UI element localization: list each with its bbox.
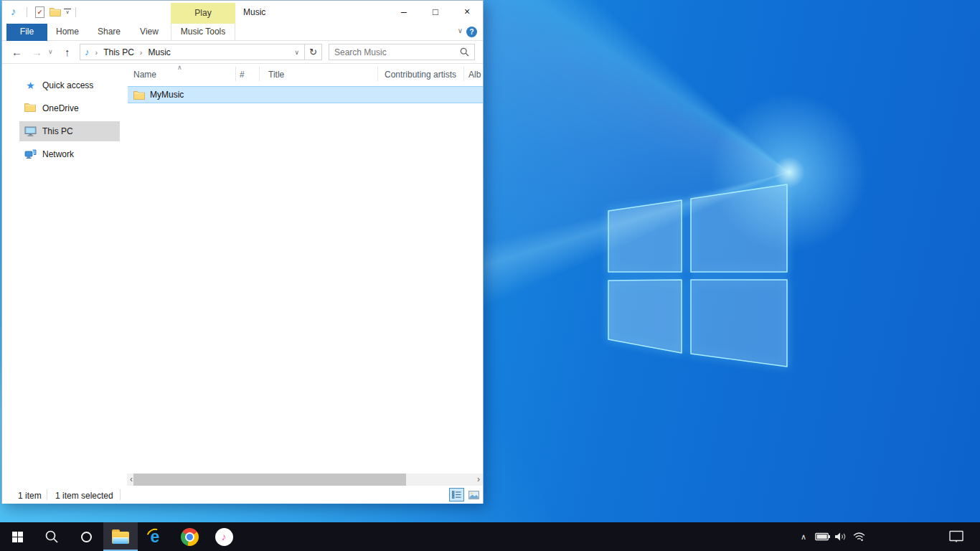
navigation-pane: ★ Quick access OneDrive bbox=[2, 64, 121, 474]
breadcrumb-separator: › bbox=[140, 48, 143, 57]
cortana-circle-icon bbox=[81, 532, 92, 542]
details-view-button[interactable] bbox=[449, 488, 464, 501]
caption-buttons: – □ × bbox=[388, 1, 483, 22]
internet-explorer-button[interactable]: e bbox=[138, 522, 172, 551]
itunes-button[interactable]: ♪ bbox=[207, 522, 241, 551]
divider bbox=[47, 489, 47, 500]
file-list-pane: ∧ Name # Title Contributing artists Alb bbox=[127, 64, 483, 474]
column-header-contributing-artists[interactable]: Contributing artists bbox=[385, 70, 456, 80]
item-count: 1 item bbox=[18, 491, 42, 501]
address-bar[interactable]: ♪ › This PC › Music ∨ ↻ bbox=[80, 44, 322, 60]
column-header-name[interactable]: Name bbox=[133, 70, 156, 80]
tab-music-tools[interactable]: Music Tools bbox=[171, 24, 235, 41]
customize-quick-access-icon[interactable]: ∨ bbox=[64, 9, 71, 15]
refresh-icon[interactable]: ↻ bbox=[304, 44, 321, 60]
forward-button[interactable]: → bbox=[32, 46, 42, 58]
explorer-window: ♪ ✓ ∨ Play Music – □ × File Home Sha bbox=[1, 0, 484, 504]
address-dropdown-icon[interactable]: ∨ bbox=[290, 49, 305, 56]
large-icons-view-button[interactable] bbox=[466, 488, 481, 501]
maximize-button[interactable]: □ bbox=[420, 1, 451, 22]
titlebar: ♪ ✓ ∨ Play Music – □ × bbox=[2, 1, 483, 24]
new-folder-icon[interactable] bbox=[50, 7, 61, 17]
taskbar-search-button[interactable] bbox=[34, 522, 69, 551]
folder-icon bbox=[133, 90, 145, 100]
sidebar-item-label: Network bbox=[42, 149, 74, 159]
file-explorer-taskbar-button[interactable] bbox=[103, 522, 138, 551]
address-bar-right: ∨ ↻ bbox=[290, 44, 322, 60]
search-icon[interactable] bbox=[460, 47, 469, 57]
sidebar-item-quick-access[interactable]: ★ Quick access bbox=[2, 75, 121, 95]
breadcrumb-separator: › bbox=[95, 48, 98, 57]
minimize-button[interactable]: – bbox=[388, 1, 420, 22]
properties-icon[interactable]: ✓ bbox=[35, 6, 44, 18]
action-center-icon[interactable] bbox=[944, 522, 969, 551]
sidebar-item-network[interactable]: Network bbox=[2, 144, 121, 164]
volume-icon[interactable] bbox=[832, 522, 849, 551]
column-header-title[interactable]: Title bbox=[268, 70, 284, 80]
tab-share[interactable]: Share bbox=[88, 24, 130, 41]
taskbar: e ♪ ∧ bbox=[0, 522, 980, 551]
tab-file[interactable]: File bbox=[6, 24, 47, 41]
close-button[interactable]: × bbox=[451, 1, 483, 22]
divider bbox=[27, 7, 27, 17]
music-note-icon: ♪ bbox=[11, 5, 17, 17]
screen: ♪ ✓ ∨ Play Music – □ × File Home Sha bbox=[0, 0, 980, 551]
tab-view[interactable]: View bbox=[130, 24, 169, 41]
column-divider[interactable] bbox=[259, 67, 260, 81]
sidebar-item-this-pc[interactable]: This PC bbox=[2, 121, 121, 141]
windows-logo bbox=[588, 165, 804, 380]
file-name: MyMusic bbox=[150, 90, 184, 100]
music-note-icon: ♪ bbox=[85, 47, 90, 57]
pin-star-icon: ★ bbox=[24, 80, 37, 91]
ribbon-tab-row: File Home Share View Music Tools ∨ ? bbox=[2, 24, 483, 41]
itunes-icon: ♪ bbox=[215, 528, 233, 546]
column-divider[interactable] bbox=[377, 67, 378, 81]
cortana-button[interactable] bbox=[69, 522, 103, 551]
window-title: Music bbox=[243, 7, 265, 17]
breadcrumb-this-pc[interactable]: This PC bbox=[103, 47, 134, 57]
internet-explorer-icon: e bbox=[146, 527, 164, 546]
folder-icon bbox=[24, 103, 37, 114]
scrollbar-thumb[interactable] bbox=[133, 474, 406, 486]
contextual-tab-group-play[interactable]: Play bbox=[171, 3, 235, 24]
column-header-number[interactable]: # bbox=[240, 70, 245, 80]
monitor-icon bbox=[24, 126, 37, 137]
windows-logo-icon bbox=[12, 532, 23, 542]
column-divider[interactable] bbox=[235, 67, 236, 81]
sidebar-item-onedrive[interactable]: OneDrive bbox=[2, 98, 121, 118]
file-explorer-icon bbox=[111, 529, 130, 545]
battery-icon[interactable] bbox=[814, 522, 832, 551]
search-icon bbox=[44, 529, 59, 544]
scroll-right-icon[interactable]: › bbox=[474, 474, 483, 486]
sidebar-item-label: This PC bbox=[42, 126, 73, 136]
network-icon bbox=[24, 149, 37, 160]
back-button[interactable]: ← bbox=[11, 46, 22, 58]
divider bbox=[75, 7, 76, 17]
breadcrumb-music[interactable]: Music bbox=[149, 47, 171, 57]
column-divider[interactable] bbox=[463, 67, 464, 81]
chevron-down-icon[interactable]: ∨ bbox=[458, 27, 463, 34]
search-box bbox=[329, 44, 475, 60]
column-headers: ∧ Name # Title Contributing artists Alb bbox=[127, 64, 483, 84]
search-input[interactable] bbox=[334, 47, 460, 57]
divider bbox=[120, 489, 121, 500]
file-row-mymusic[interactable]: MyMusic bbox=[128, 86, 483, 103]
chrome-button[interactable] bbox=[172, 522, 207, 551]
up-button[interactable]: ↑ bbox=[65, 46, 70, 58]
help-icon[interactable]: ? bbox=[466, 27, 477, 37]
tab-home[interactable]: Home bbox=[48, 24, 87, 41]
show-hidden-icons-button[interactable]: ∧ bbox=[796, 522, 811, 551]
start-button[interactable] bbox=[0, 522, 34, 551]
selection-count: 1 item selected bbox=[55, 491, 113, 501]
chrome-icon bbox=[181, 528, 199, 546]
sort-ascending-icon: ∧ bbox=[177, 64, 182, 71]
column-header-album[interactable]: Alb bbox=[468, 70, 481, 80]
wifi-icon[interactable] bbox=[849, 522, 868, 551]
sidebar-item-label: OneDrive bbox=[42, 103, 79, 113]
navigation-bar: ← → ∨ ↑ ♪ › This PC › Music ∨ ↻ bbox=[2, 41, 483, 64]
status-bar: 1 item 1 item selected bbox=[2, 486, 483, 504]
sidebar-item-label: Quick access bbox=[42, 80, 93, 90]
horizontal-scrollbar[interactable]: ‹ › bbox=[127, 474, 483, 486]
history-dropdown-icon[interactable]: ∨ bbox=[48, 48, 53, 55]
